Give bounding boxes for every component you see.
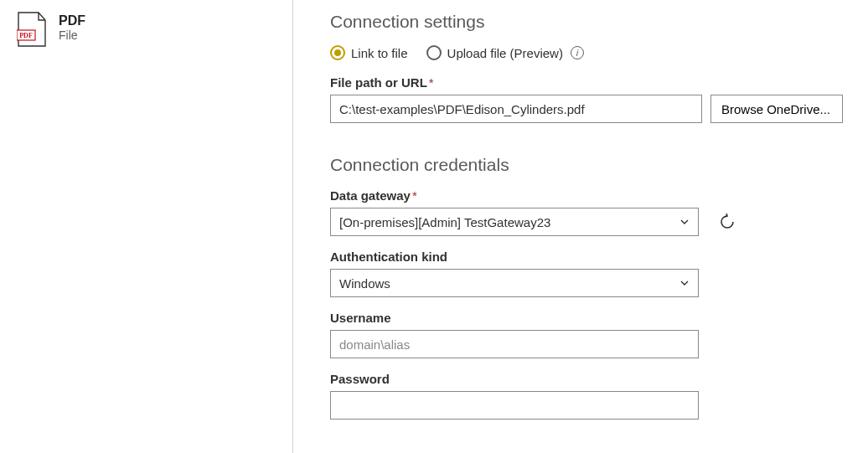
auth-kind-select[interactable]: Windows	[330, 269, 699, 297]
upload-file-label: Upload file (Preview)	[447, 46, 563, 60]
pdf-file-icon: PDF	[17, 12, 47, 47]
password-label: Password	[330, 372, 843, 386]
upload-file-radio[interactable]: Upload file (Preview) i	[426, 45, 584, 60]
connection-credentials-heading: Connection credentials	[330, 155, 843, 175]
connector-title: PDF	[59, 13, 85, 28]
auth-kind-label: Authentication kind	[330, 250, 843, 264]
settings-panel: Connection settings Link to file Upload …	[293, 0, 868, 453]
username-input[interactable]	[330, 330, 699, 358]
password-input[interactable]	[330, 391, 699, 420]
info-icon[interactable]: i	[571, 46, 584, 59]
svg-text:PDF: PDF	[19, 32, 33, 39]
chevron-down-icon	[679, 217, 690, 227]
refresh-gateway-button[interactable]	[717, 212, 737, 232]
radio-unselected-icon	[426, 45, 442, 60]
username-label: Username	[330, 311, 843, 325]
browse-onedrive-button[interactable]: Browse OneDrive...	[710, 95, 843, 123]
filepath-label: File path or URL*	[330, 75, 843, 90]
data-gateway-select[interactable]: [On-premises][Admin] TestGateway23	[330, 208, 699, 236]
connector-header: PDF PDF File	[0, 0, 293, 453]
filepath-input[interactable]	[330, 95, 702, 123]
radio-selected-icon	[330, 45, 345, 60]
link-to-file-label: Link to file	[351, 46, 408, 60]
data-gateway-label: Data gateway*	[330, 188, 843, 203]
file-mode-radio-group: Link to file Upload file (Preview) i	[330, 45, 843, 60]
connection-settings-heading: Connection settings	[330, 12, 843, 32]
refresh-icon	[719, 214, 736, 230]
data-gateway-value: [On-premises][Admin] TestGateway23	[339, 215, 550, 229]
auth-kind-value: Windows	[339, 276, 390, 291]
chevron-down-icon	[679, 278, 690, 288]
connector-subtitle: File	[59, 28, 85, 42]
link-to-file-radio[interactable]: Link to file	[330, 45, 408, 60]
